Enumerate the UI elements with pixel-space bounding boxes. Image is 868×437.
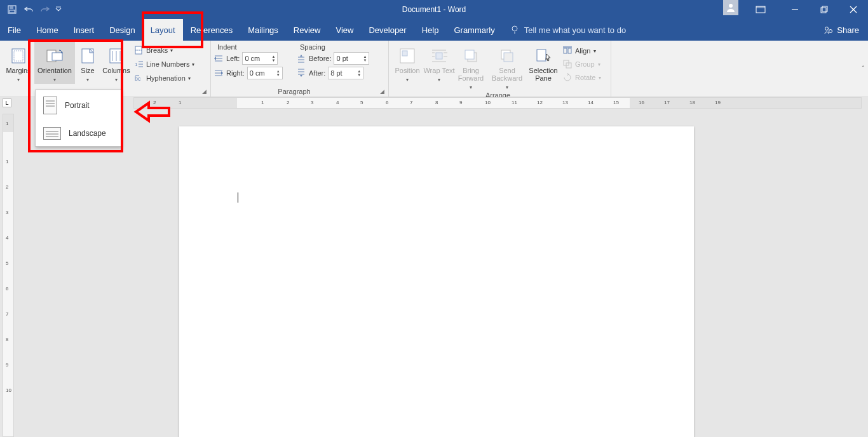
tab-home[interactable]: Home — [29, 19, 66, 41]
spacing-before-icon — [296, 54, 306, 63]
orientation-button[interactable]: Orientation — [34, 42, 75, 84]
tab-design[interactable]: Design — [102, 19, 142, 41]
chevron-down-icon — [438, 76, 440, 84]
indent-right-icon — [214, 69, 224, 77]
chevron-down-icon — [470, 84, 472, 91]
tab-grammarly[interactable]: Grammarly — [446, 19, 502, 41]
selection-pane-label: Selection Pane — [527, 67, 559, 82]
orientation-portrait[interactable]: Portrait — [36, 90, 121, 121]
dialog-launcher-icon[interactable]: ◢ — [380, 88, 384, 95]
tell-me-label: Tell me what you want to do — [524, 25, 626, 35]
tell-me-search[interactable]: Tell me what you want to do — [503, 19, 634, 41]
save-icon[interactable] — [4, 1, 20, 18]
selection-pane-button[interactable]: Selection Pane — [527, 42, 559, 82]
group-objects-label: Group — [575, 60, 595, 68]
tab-view[interactable]: View — [328, 19, 361, 41]
wrap-text-button[interactable]: Wrap Text — [423, 42, 455, 84]
paragraph-group-label: Paragraph — [211, 88, 377, 95]
tab-references[interactable]: References — [183, 19, 240, 41]
columns-button[interactable]: Columns — [100, 42, 132, 84]
hyphenation-icon: bc — [135, 74, 144, 83]
indent-left-input[interactable]: 0 cm▲▼ — [242, 52, 278, 65]
document-page[interactable] — [179, 126, 694, 437]
breaks-label: Breaks — [146, 46, 168, 54]
tab-review[interactable]: Review — [286, 19, 329, 41]
group-paragraph: Indent Spacing Left: 0 cm▲▼ Right: — [211, 41, 389, 97]
bring-forward-button[interactable]: Bring Forward — [455, 42, 487, 91]
svg-point-14 — [825, 27, 829, 30]
chevron-down-icon — [86, 76, 89, 84]
close-button[interactable] — [839, 0, 868, 19]
bring-forward-label: Bring Forward — [455, 67, 487, 82]
minimize-button[interactable] — [780, 0, 810, 19]
rotate-button[interactable]: Rotate▾ — [563, 71, 601, 84]
tab-file[interactable]: File — [0, 19, 29, 41]
position-button[interactable]: Position — [391, 42, 423, 84]
hyphenation-button[interactable]: bc Hyphenation ▾ — [135, 72, 194, 84]
align-button[interactable]: Align▾ — [563, 44, 601, 57]
line-numbers-icon: 1 — [135, 60, 144, 69]
margins-label: Margins — [6, 67, 31, 74]
svg-rect-35 — [436, 53, 442, 59]
share-label: Share — [837, 25, 859, 35]
hyphenation-label: Hyphenation — [146, 74, 186, 82]
lightbulb-icon — [510, 25, 519, 34]
undo-icon[interactable] — [20, 1, 37, 18]
indent-left-icon — [214, 54, 224, 63]
horizontal-ruler[interactable]: 2112345678910111213141516171819 — [133, 97, 862, 109]
customize-qat-icon[interactable] — [53, 1, 64, 18]
spacing-heading: Spacing — [296, 43, 385, 51]
tab-help[interactable]: Help — [414, 19, 447, 41]
line-numbers-label: Line Numbers — [146, 60, 189, 68]
document-title: Document1 - Word — [402, 5, 466, 14]
svg-rect-41 — [564, 48, 567, 53]
tab-selector[interactable]: L — [3, 98, 11, 107]
dialog-launcher-icon[interactable]: ◢ — [202, 88, 207, 95]
svg-rect-19 — [52, 53, 62, 60]
breaks-button[interactable]: Breaks ▾ — [135, 44, 194, 57]
tab-mailings[interactable]: Mailings — [240, 19, 286, 41]
redo-icon[interactable] — [37, 1, 53, 18]
rotate-icon — [563, 73, 572, 82]
send-backward-button[interactable]: Send Backward — [487, 42, 527, 91]
svg-rect-40 — [537, 50, 546, 61]
share-button[interactable]: Share — [815, 19, 868, 41]
indent-right-input[interactable]: 0 cm▲▼ — [247, 67, 283, 79]
text-cursor — [238, 192, 238, 203]
svg-point-12 — [512, 26, 517, 31]
indent-heading: Indent — [214, 43, 296, 51]
svg-point-4 — [729, 4, 733, 8]
group-objects-button[interactable]: Group▾ — [563, 58, 601, 71]
tab-developer[interactable]: Developer — [361, 19, 414, 41]
window-controls — [723, 0, 868, 19]
orientation-landscape[interactable]: Landscape — [36, 121, 121, 146]
ribbon-display-options-icon[interactable] — [746, 0, 775, 19]
spacing-after-icon — [296, 69, 306, 77]
size-label: Size — [81, 67, 94, 74]
tab-layout[interactable]: Layout — [143, 19, 183, 41]
position-label: Position — [395, 67, 419, 74]
margins-button[interactable]: Margins — [3, 42, 34, 84]
size-button[interactable]: Size — [75, 42, 100, 84]
svg-rect-42 — [568, 48, 571, 53]
size-icon — [78, 47, 98, 65]
chevron-down-icon — [53, 76, 56, 84]
maximize-button[interactable] — [810, 0, 839, 19]
spacing-after-input[interactable]: 8 pt▲▼ — [328, 67, 363, 79]
svg-rect-9 — [822, 6, 827, 11]
indent-right-label: Right: — [226, 69, 245, 77]
tab-insert[interactable]: Insert — [66, 19, 102, 41]
menu-bar: File Home Insert Design Layout Reference… — [0, 19, 868, 41]
landscape-icon — [43, 127, 61, 140]
spacing-before-input[interactable]: 0 pt▲▼ — [334, 52, 369, 65]
chevron-down-icon — [17, 76, 20, 84]
vertical-ruler[interactable]: 112345678910 — [3, 114, 14, 437]
orientation-label: Orientation — [37, 67, 72, 74]
spacing-after-label: After: — [309, 69, 325, 77]
line-numbers-button[interactable]: 1 Line Numbers ▾ — [135, 58, 194, 71]
user-avatar[interactable] — [723, 0, 738, 15]
margins-icon — [8, 47, 29, 65]
chevron-down-icon — [406, 76, 409, 84]
group-icon — [563, 60, 572, 69]
collapse-ribbon-icon[interactable]: ˆ — [862, 65, 864, 72]
